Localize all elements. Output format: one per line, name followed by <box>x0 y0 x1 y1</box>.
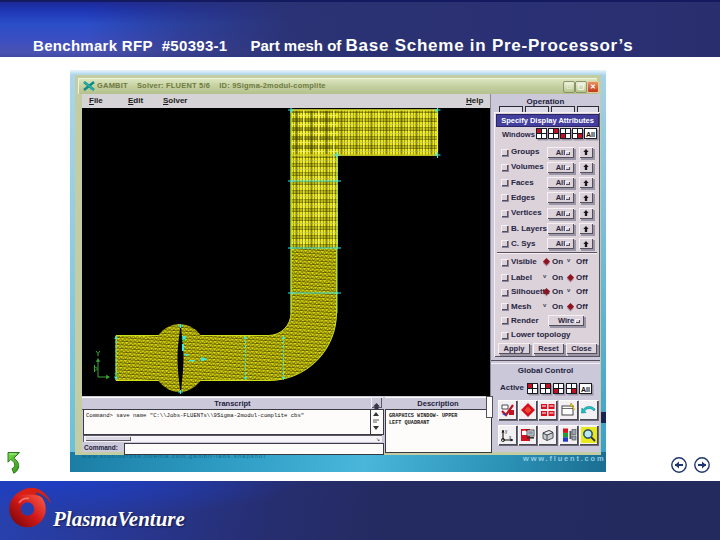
svg-text:x: x <box>509 435 512 440</box>
svg-text:y: y <box>505 429 508 434</box>
